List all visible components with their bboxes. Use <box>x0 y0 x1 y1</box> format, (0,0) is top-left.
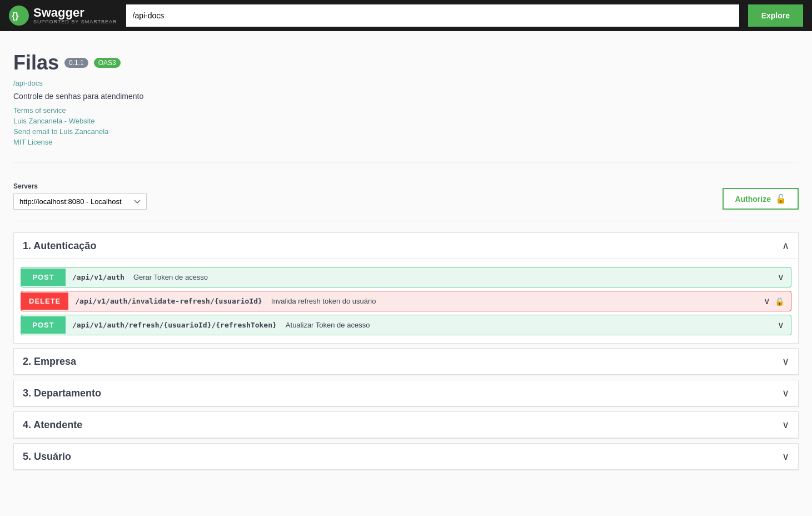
logo-sub: SUPPORTED BY SMARTBEAR <box>33 19 117 24</box>
api-section-4: 4. Atendente∨ <box>13 411 799 439</box>
endpoint-path: /api/v1/auth <box>66 269 131 286</box>
api-section-3: 3. Departamento∨ <box>13 380 799 407</box>
endpoint-description: Invalida refresh token do usuário <box>269 292 757 310</box>
section-header-2[interactable]: 2. Empresa∨ <box>14 349 798 375</box>
servers-select[interactable]: http://localhost:8080 - Localhost <box>13 194 147 210</box>
section-title-1: 1. Autenticação <box>23 240 96 252</box>
section-header-1[interactable]: 1. Autenticação∧ <box>14 233 798 259</box>
api-section-2: 2. Empresa∨ <box>13 348 799 375</box>
logo-text: Swagger <box>33 7 117 19</box>
endpoint-path: /api/v1/auth/invalidate-refresh/{usuario… <box>68 292 269 310</box>
endpoint-actions: ∨ <box>771 315 791 335</box>
info-links: Terms of service Luis Zancanela - Websit… <box>13 106 799 146</box>
endpoint-description: Gerar Token de acesso <box>131 269 771 286</box>
api-section-5: 5. Usuário∨ <box>13 443 799 470</box>
website-link[interactable]: Luis Zancanela - Website <box>13 117 799 125</box>
method-badge: POST <box>21 269 66 286</box>
endpoint-chevron-icon[interactable]: ∨ <box>764 296 770 306</box>
endpoint-lock-icon: 🔒 <box>775 297 784 306</box>
app-description: Controle de senhas para atendimento <box>13 92 799 101</box>
oas3-badge: OAS3 <box>94 58 121 68</box>
app-title-text: Filas <box>13 51 59 75</box>
endpoint-actions: ∨🔒 <box>757 291 791 311</box>
section-chevron-2: ∨ <box>782 355 789 368</box>
section-header-4[interactable]: 4. Atendente∨ <box>14 412 798 438</box>
servers-control: Servers http://localhost:8080 - Localhos… <box>13 182 147 210</box>
app-title-row: Filas 0.1.1 OAS3 <box>13 51 799 75</box>
section-title-4: 4. Atendente <box>23 419 82 431</box>
info-section: Filas 0.1.1 OAS3 /api-docs Controle de s… <box>13 42 799 162</box>
endpoint-chevron-icon[interactable]: ∨ <box>778 320 784 330</box>
section-chevron-4: ∨ <box>782 419 789 431</box>
method-badge: DELETE <box>21 292 68 310</box>
endpoint-row[interactable]: POST/api/v1/auth/refresh/{usuarioId}/{re… <box>21 315 791 335</box>
section-title-2: 2. Empresa <box>23 356 76 368</box>
section-title-5: 5. Usuário <box>23 451 71 463</box>
section-header-3[interactable]: 3. Departamento∨ <box>14 380 798 406</box>
lock-icon: 🔓 <box>775 194 786 204</box>
endpoint-path: /api/v1/auth/refresh/{usuarioId}/{refres… <box>66 316 283 334</box>
license-link[interactable]: MIT License <box>13 138 799 146</box>
section-title-3: 3. Departamento <box>23 388 101 399</box>
terms-link[interactable]: Terms of service <box>13 106 799 115</box>
endpoint-chevron-icon[interactable]: ∨ <box>778 272 784 282</box>
authorize-label: Authorize <box>735 195 771 204</box>
api-docs-link[interactable]: /api-docs <box>13 79 799 87</box>
servers-section: Servers http://localhost:8080 - Localhos… <box>13 173 799 221</box>
logo: {} Swagger SUPPORTED BY SMARTBEAR <box>9 6 117 26</box>
authorize-button[interactable]: Authorize 🔓 <box>723 188 799 210</box>
api-sections: 1. Autenticação∧POST/api/v1/authGerar To… <box>13 232 799 470</box>
endpoint-actions: ∨ <box>771 267 791 287</box>
endpoint-description: Atualizar Token de acesso <box>283 316 771 334</box>
section-chevron-3: ∨ <box>782 387 789 399</box>
servers-label: Servers <box>13 182 147 190</box>
section-chevron-1: ∧ <box>782 240 789 252</box>
endpoint-row[interactable]: DELETE/api/v1/auth/invalidate-refresh/{u… <box>21 291 791 311</box>
main-content: Filas 0.1.1 OAS3 /api-docs Controle de s… <box>0 31 812 486</box>
endpoints-1: POST/api/v1/authGerar Token de acesso∨DE… <box>14 259 798 343</box>
app-header: {} Swagger SUPPORTED BY SMARTBEAR Explor… <box>0 0 812 31</box>
version-badge: 0.1.1 <box>64 58 88 68</box>
section-header-5[interactable]: 5. Usuário∨ <box>14 444 798 470</box>
section-chevron-5: ∨ <box>782 450 789 463</box>
api-section-1: 1. Autenticação∧POST/api/v1/authGerar To… <box>13 232 799 344</box>
swagger-logo-icon: {} <box>9 6 29 26</box>
method-badge: POST <box>21 316 66 334</box>
explore-button[interactable]: Explore <box>748 4 803 27</box>
email-link[interactable]: Send email to Luis Zancanela <box>13 127 799 136</box>
svg-text:{}: {} <box>12 11 18 21</box>
endpoint-row[interactable]: POST/api/v1/authGerar Token de acesso∨ <box>21 267 791 287</box>
search-input[interactable] <box>126 4 739 27</box>
